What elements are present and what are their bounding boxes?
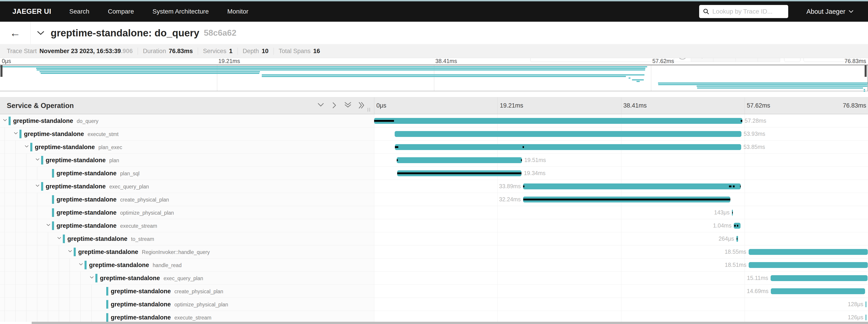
- indent-guide: [59, 246, 59, 258]
- span-timeline-cell[interactable]: 53.85ms: [374, 140, 868, 154]
- indent-guide: [4, 127, 5, 140]
- chevron-down-icon: [848, 10, 854, 13]
- span-bar[interactable]: [523, 184, 741, 189]
- horizontal-scrollbar[interactable]: [32, 322, 868, 324]
- span-timeline-cell[interactable]: 19.51ms: [374, 154, 868, 166]
- span-timeline-cell[interactable]: 15.11ms: [374, 271, 868, 285]
- trace-collapse-toggle[interactable]: [34, 22, 48, 44]
- span-expand-chevron[interactable]: [2, 118, 8, 124]
- minimap-span-bar: [37, 69, 645, 70]
- span-name-cell[interactable]: greptime-standalonedo_query: [0, 114, 374, 127]
- span-timeline-cell[interactable]: 143μs: [374, 206, 868, 219]
- span-bar[interactable]: [866, 315, 866, 320]
- span-timeline-cell[interactable]: 1.04ms: [374, 219, 868, 232]
- span-timeline-cell[interactable]: 126μs: [374, 311, 868, 322]
- service-color-bar: [41, 182, 43, 191]
- nav-link-monitor[interactable]: Monitor: [227, 8, 248, 15]
- span-timeline-cell[interactable]: 53.93ms: [374, 127, 868, 140]
- critical-path-segment: [729, 186, 732, 187]
- span-timeline-cell[interactable]: 264μs: [374, 232, 868, 245]
- nav-link-compare[interactable]: Compare: [108, 8, 134, 15]
- service-color-bar: [95, 274, 97, 283]
- minimap-span-bar: [262, 74, 645, 75]
- collapse-one-button[interactable]: [316, 101, 325, 110]
- span-expand-chevron[interactable]: [57, 236, 62, 241]
- span-bar[interactable]: [771, 288, 865, 294]
- trace-id-lookup-input[interactable]: [712, 8, 784, 15]
- critical-path-segment: [521, 159, 522, 161]
- span-timeline-cell[interactable]: 18.55ms: [374, 246, 868, 258]
- span-expand-chevron[interactable]: [35, 184, 40, 189]
- span-name-cell[interactable]: greptime-standaloneplan_exec: [0, 140, 374, 154]
- span-bar[interactable]: [866, 301, 866, 307]
- service-name: greptime-standalone: [89, 258, 149, 271]
- span-bar[interactable]: [749, 249, 868, 255]
- span-name-cell[interactable]: greptime-standaloneoptimize_physical_pla…: [0, 298, 374, 311]
- minimap-right-scrubber[interactable]: [865, 65, 867, 77]
- span-bar[interactable]: [749, 262, 868, 268]
- span-name-cell[interactable]: greptime-standaloneexecute_stream: [0, 311, 374, 322]
- span-name-wrap: greptime-standaloneoptimize_physical_pla…: [57, 206, 174, 219]
- back-button[interactable]: ←: [0, 22, 31, 44]
- span-name-cell[interactable]: greptime-standaloneoptimize_physical_pla…: [0, 206, 374, 219]
- span-expand-chevron[interactable]: [67, 249, 73, 255]
- span-expand-chevron[interactable]: [13, 131, 19, 137]
- span-name-wrap: greptime-standaloneexec_query_plan: [100, 271, 203, 285]
- column-resize-grip[interactable]: [368, 108, 370, 111]
- critical-path-segment: [523, 186, 525, 187]
- indent-guide: [4, 206, 5, 219]
- span-name-wrap: greptime-standaloneto_stream: [67, 232, 154, 245]
- span-expand-chevron[interactable]: [78, 262, 84, 268]
- span-expand-chevron[interactable]: [24, 144, 29, 150]
- expand-one-button[interactable]: [330, 101, 339, 110]
- expand-all-button[interactable]: [357, 101, 366, 110]
- indent-guide: [91, 311, 92, 322]
- span-bar[interactable]: [374, 118, 742, 124]
- span-timeline-cell[interactable]: 57.28ms: [374, 114, 868, 127]
- span-name-cell[interactable]: greptime-standalonehandle_read: [0, 258, 374, 271]
- span-name-cell[interactable]: greptime-standaloneplan: [0, 154, 374, 166]
- about-jaeger-menu[interactable]: About Jaeger: [806, 8, 854, 15]
- indent-guide: [59, 271, 59, 285]
- span-timeline-cell[interactable]: 18.51ms: [374, 258, 868, 271]
- span-name-cell[interactable]: greptime-standaloneexec_query_plan: [0, 180, 374, 193]
- span-row: greptime-standalonecreate_physical_plan3…: [0, 193, 868, 206]
- indent-guide: [4, 232, 5, 245]
- nav-link-system-architecture[interactable]: System Architecture: [153, 8, 209, 15]
- span-name-cell[interactable]: greptime-standaloneexecute_stmt: [0, 127, 374, 140]
- span-duration-label: 126μs: [848, 311, 864, 322]
- span-timeline-cell[interactable]: 32.24ms: [374, 193, 868, 206]
- span-name-cell[interactable]: greptime-standaloneRegionInvoker::handle…: [0, 246, 374, 258]
- minimap-canvas[interactable]: [0, 65, 868, 91]
- span-name-cell[interactable]: greptime-standalonecreate_physical_plan: [0, 285, 374, 298]
- span-bar[interactable]: [395, 131, 741, 137]
- span-name-cell[interactable]: greptime-standaloneexecute_stream: [0, 219, 374, 232]
- span-name-cell[interactable]: greptime-standaloneplan_sql: [0, 167, 374, 180]
- indent-guide: [4, 311, 5, 322]
- service-name: greptime-standalone: [57, 193, 117, 206]
- trace-info-item: Trace StartNovember 23 2023, 16:53:39.90…: [7, 48, 133, 55]
- span-timeline-cell[interactable]: 33.89ms: [374, 180, 868, 193]
- span-expand-chevron[interactable]: [89, 276, 94, 281]
- span-name-cell[interactable]: greptime-standaloneto_stream: [0, 232, 374, 245]
- span-timeline-cell[interactable]: 19.34ms: [374, 167, 868, 180]
- span-name-cell[interactable]: greptime-standaloneexec_query_plan: [0, 271, 374, 285]
- minimap-gridline: [651, 65, 651, 91]
- info-value-suffix: .906: [121, 48, 133, 55]
- span-bar[interactable]: [395, 144, 741, 150]
- span-bar[interactable]: [397, 157, 522, 163]
- span-name-cell[interactable]: greptime-standalonecreate_physical_plan: [0, 193, 374, 206]
- indent-guide: [37, 246, 37, 258]
- span-bar[interactable]: [771, 275, 868, 281]
- span-row: greptime-standaloneplan19.51ms: [0, 154, 868, 167]
- minimap-left-scrubber[interactable]: [0, 65, 2, 77]
- span-timeline-cell[interactable]: 14.69ms: [374, 285, 868, 298]
- brand-logo[interactable]: JAEGER UI: [12, 7, 51, 15]
- span-expand-chevron[interactable]: [46, 223, 51, 228]
- span-row: greptime-standalonedo_query57.28ms: [0, 114, 868, 127]
- span-expand-chevron[interactable]: [35, 158, 40, 163]
- collapse-all-button[interactable]: [344, 101, 352, 110]
- nav-link-search[interactable]: Search: [69, 8, 90, 15]
- indent-guide: [37, 298, 37, 311]
- span-timeline-cell[interactable]: 128μs: [374, 298, 868, 311]
